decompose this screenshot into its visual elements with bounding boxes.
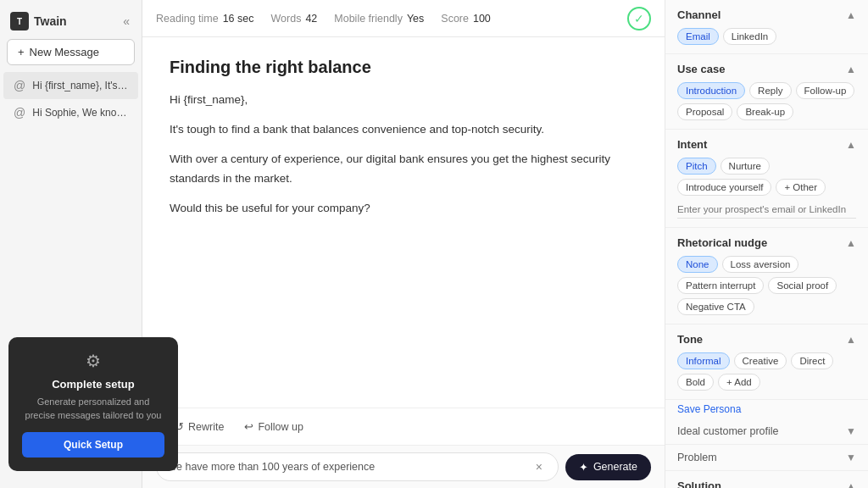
reading-time-label: Reading time	[156, 13, 219, 25]
sidebar: T Twain « + New Message @ Hi {first_name…	[0, 0, 142, 488]
use-case-title: Use case	[677, 63, 725, 75]
rhetorical-nudge-chevron: ▲	[846, 237, 856, 249]
intent-tags: Pitch Nurture Introduce yourself + Other	[677, 158, 856, 196]
setup-description: Generate personalized and precise messag…	[22, 396, 164, 422]
problem-chevron: ▼	[846, 452, 856, 463]
rhetorical-nudge-header[interactable]: Rhetorical nudge ▲	[677, 236, 856, 249]
prompt-input[interactable]	[169, 461, 532, 473]
tag-pattern-interrupt[interactable]: Pattern interrupt	[677, 277, 764, 294]
tag-nurture[interactable]: Nurture	[721, 158, 770, 175]
use-case-tags: Introduction Reply Follow-up Proposal Br…	[677, 82, 856, 120]
tag-loss-aversion[interactable]: Loss aversion	[722, 256, 799, 273]
tag-informal[interactable]: Informal	[677, 352, 730, 369]
setup-title: Complete setup	[22, 378, 164, 391]
intent-header[interactable]: Intent ▲	[677, 138, 856, 151]
sidebar-item-text-2: Hi Sophie, We know wri...	[32, 107, 128, 119]
words-value: 42	[305, 13, 317, 25]
reading-time-value: 16 sec	[223, 13, 254, 25]
problem-dropdown[interactable]: Problem ▼	[665, 445, 868, 471]
tone-chevron: ▲	[846, 334, 856, 346]
new-message-label: New Message	[30, 46, 99, 58]
intent-section: Intent ▲ Pitch Nurture Introduce yoursel…	[665, 130, 868, 228]
solution-title: Solution	[677, 480, 721, 488]
intent-title: Intent	[677, 138, 707, 151]
ideal-customer-chevron: ▼	[846, 425, 856, 437]
tag-social-proof[interactable]: Social proof	[768, 277, 837, 294]
quick-setup-button[interactable]: Quick Setup	[22, 432, 164, 458]
tone-header[interactable]: Tone ▲	[677, 333, 856, 346]
sidebar-item-msg2[interactable]: @ Hi Sophie, We know wri...	[3, 99, 138, 126]
generate-icon: ✦	[579, 461, 588, 474]
solution-header[interactable]: Solution ▲	[677, 480, 856, 488]
tag-pitch[interactable]: Pitch	[677, 158, 716, 175]
brand-icon: T	[10, 12, 29, 30]
setup-popup: ⚙ Complete setup Generate personalized a…	[8, 337, 178, 471]
tag-creative[interactable]: Creative	[734, 352, 787, 369]
brand-name: Twain	[34, 14, 67, 28]
mobile-stat: Mobile friendly Yes	[334, 13, 424, 25]
ideal-customer-dropdown[interactable]: Ideal customer profile ▼	[665, 419, 868, 445]
tag-reply[interactable]: Reply	[749, 82, 791, 99]
channel-title: Channel	[677, 8, 721, 21]
generate-button[interactable]: ✦ Generate	[565, 454, 651, 480]
rewrite-label: Rewrite	[188, 421, 224, 433]
brand-logo: T Twain	[10, 12, 67, 30]
clear-input-button[interactable]: ×	[532, 460, 546, 474]
follow-up-button[interactable]: ↩ Follow up	[239, 417, 309, 436]
tag-none[interactable]: None	[677, 256, 718, 273]
use-case-chevron: ▲	[846, 64, 856, 75]
sidebar-item-msg1[interactable]: @ Hi {first_name}, It's tou...	[3, 72, 138, 99]
mobile-value: Yes	[407, 13, 424, 25]
tag-email[interactable]: Email	[677, 28, 719, 45]
generate-label: Generate	[593, 461, 637, 473]
tone-tags: Informal Creative Direct Bold + Add	[677, 352, 856, 391]
save-persona-link[interactable]: Save Persona	[665, 400, 868, 419]
intent-chevron: ▲	[846, 139, 856, 151]
paragraph-3: With over a century of experience, our d…	[170, 150, 637, 189]
rhetorical-nudge-title: Rhetorical nudge	[677, 236, 767, 249]
tag-introduce[interactable]: Introduce yourself	[677, 179, 771, 196]
tag-linkedin[interactable]: LinkedIn	[723, 28, 776, 45]
tag-follow-up[interactable]: Follow-up	[796, 82, 855, 99]
tag-break-up[interactable]: Break-up	[737, 103, 793, 120]
paragraph-1: Hi {first_name},	[170, 91, 637, 110]
check-circle: ✓	[627, 7, 651, 30]
channel-header[interactable]: Channel ▲	[677, 8, 856, 21]
document-title: Finding the right balance	[170, 58, 637, 77]
input-row: × ✦ Generate	[142, 445, 665, 488]
gear-icon: ⚙	[22, 351, 164, 371]
input-field-container: ×	[156, 452, 559, 481]
score-stat: Score 100	[441, 13, 491, 25]
at-icon-2: @	[14, 106, 25, 119]
words-stat: Words 42	[271, 13, 318, 25]
editor-toolbar: ↺ Rewrite ↩ Follow up	[142, 408, 665, 445]
channel-tags: Email LinkedIn	[677, 28, 856, 45]
use-case-header[interactable]: Use case ▲	[677, 63, 856, 75]
intent-email-input[interactable]	[677, 201, 856, 219]
follow-up-label: Follow up	[258, 421, 303, 433]
tag-other[interactable]: + Other	[776, 179, 826, 196]
new-message-button[interactable]: + New Message	[7, 39, 135, 65]
solution-chevron: ▲	[846, 480, 856, 489]
rhetorical-nudge-section: Rhetorical nudge ▲ None Loss aversion Pa…	[665, 228, 868, 324]
main-content: Reading time 16 sec Words 42 Mobile frie…	[142, 0, 665, 488]
tone-title: Tone	[677, 333, 703, 346]
channel-chevron: ▲	[846, 9, 856, 21]
tag-bold[interactable]: Bold	[677, 374, 714, 391]
tag-proposal[interactable]: Proposal	[677, 103, 732, 120]
tag-direct[interactable]: Direct	[791, 352, 833, 369]
rewrite-button[interactable]: ↺ Rewrite	[170, 417, 229, 436]
tag-introduction[interactable]: Introduction	[677, 82, 745, 99]
collapse-button[interactable]: «	[121, 13, 131, 30]
topbar: Reading time 16 sec Words 42 Mobile frie…	[142, 0, 665, 37]
score-label: Score	[441, 13, 469, 25]
mobile-label: Mobile friendly	[334, 13, 403, 25]
follow-up-icon: ↩	[244, 420, 253, 433]
use-case-section: Use case ▲ Introduction Reply Follow-up …	[665, 54, 868, 130]
rhetorical-nudge-tags: None Loss aversion Pattern interrupt Soc…	[677, 256, 856, 315]
tone-section: Tone ▲ Informal Creative Direct Bold + A…	[665, 324, 868, 400]
tag-negative-cta[interactable]: Negative CTA	[677, 298, 754, 315]
editor[interactable]: Finding the right balance Hi {first_name…	[142, 37, 665, 408]
document-body: Hi {first_name}, It's tough to find a ba…	[170, 91, 637, 219]
tag-add-tone[interactable]: + Add	[718, 374, 760, 391]
